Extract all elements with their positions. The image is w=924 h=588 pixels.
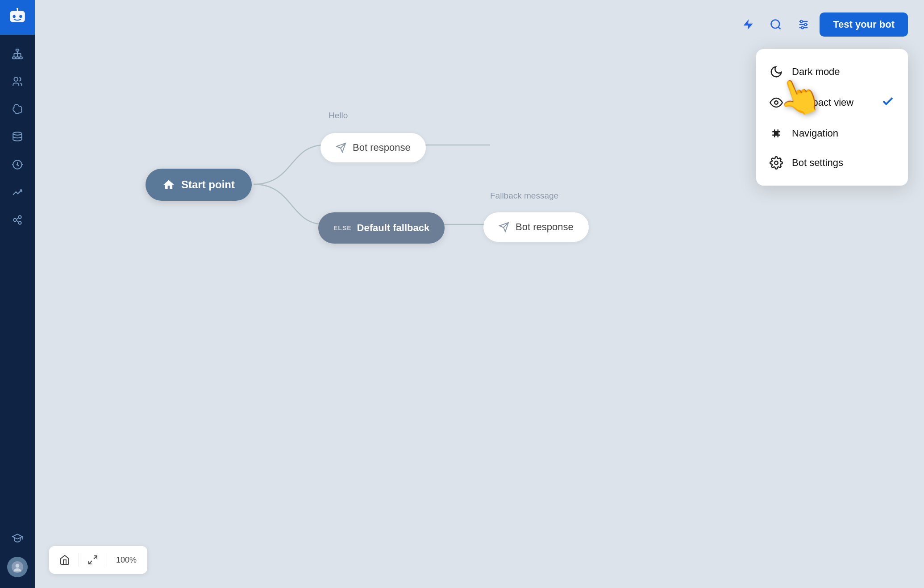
svg-point-35 xyxy=(800,21,803,23)
node-default-fallback[interactable]: ELSE Default fallback xyxy=(318,212,445,244)
send-icon xyxy=(336,142,346,153)
settings-button[interactable] xyxy=(792,13,815,36)
eye-icon xyxy=(770,96,783,109)
svg-point-20 xyxy=(18,221,21,224)
svg-line-31 xyxy=(778,27,781,29)
main-canvas: Start point Hello Bot response ELSE Defa… xyxy=(35,0,924,588)
sliders-icon xyxy=(797,18,810,31)
home-icon xyxy=(162,178,175,191)
fallback-flow-label: Fallback message xyxy=(490,191,558,201)
analytics-icon xyxy=(12,186,23,198)
checkmark-icon xyxy=(881,95,895,108)
bottom-bar: 100% xyxy=(49,546,147,574)
integrations-icon xyxy=(12,214,23,226)
svg-rect-7 xyxy=(16,57,19,59)
compact-view-check xyxy=(881,95,895,111)
sidebar-item-academy[interactable] xyxy=(5,526,29,550)
svg-point-30 xyxy=(771,20,780,29)
svg-point-1 xyxy=(13,15,16,18)
gear-icon xyxy=(770,156,783,170)
sidebar-bottom xyxy=(5,526,29,588)
sidebar-nav xyxy=(5,35,29,526)
home-small-icon xyxy=(59,555,70,565)
sidebar xyxy=(0,0,35,588)
else-badge: ELSE xyxy=(333,224,352,232)
divider-1 xyxy=(79,553,79,567)
sidebar-item-users[interactable] xyxy=(5,70,29,94)
node-fallback-label: Default fallback xyxy=(357,222,430,234)
fullscreen-button[interactable] xyxy=(83,550,103,570)
node-hello-response[interactable]: Bot response xyxy=(320,133,426,162)
node-hello-response-label: Bot response xyxy=(353,142,411,153)
svg-point-37 xyxy=(802,27,804,29)
svg-line-41 xyxy=(94,556,97,559)
node-start-label: Start point xyxy=(181,178,235,191)
svg-rect-8 xyxy=(19,57,22,59)
svg-line-21 xyxy=(17,218,18,219)
home-view-button[interactable] xyxy=(54,550,75,570)
lightning-button[interactable] xyxy=(737,13,760,36)
dropdown-item-compact-view[interactable]: Compact view xyxy=(756,87,908,119)
user-avatar[interactable] xyxy=(5,555,29,579)
svg-point-39 xyxy=(775,133,778,135)
svg-rect-6 xyxy=(12,57,16,59)
navigation-icon xyxy=(770,127,783,140)
toolbar: Test your bot xyxy=(737,12,908,37)
dropdown-item-navigation[interactable]: Navigation xyxy=(756,119,908,148)
svg-line-42 xyxy=(89,561,92,564)
svg-point-38 xyxy=(774,101,778,104)
navigation-label: Navigation xyxy=(792,128,838,139)
send-icon-2 xyxy=(499,222,509,232)
dropdown-item-bot-settings[interactable]: Bot settings xyxy=(756,148,908,178)
lightning-icon xyxy=(742,18,754,31)
search-icon xyxy=(770,18,782,31)
sidebar-item-database[interactable] xyxy=(5,125,29,149)
node-fallback-response-label: Bot response xyxy=(516,221,574,233)
avatar-image xyxy=(12,561,23,573)
svg-point-17 xyxy=(17,164,18,165)
database-icon xyxy=(12,131,23,143)
node-fallback-response[interactable]: Bot response xyxy=(483,212,589,242)
chat-bot-icon xyxy=(8,8,27,27)
zoom-level: 100% xyxy=(111,555,142,565)
svg-point-4 xyxy=(17,8,18,9)
hierarchy-icon xyxy=(12,48,23,60)
graduation-cap-icon xyxy=(12,532,23,543)
moon-icon xyxy=(770,65,783,79)
node-start-point[interactable]: Start point xyxy=(146,169,252,201)
svg-point-25 xyxy=(16,564,20,568)
svg-point-14 xyxy=(14,77,18,81)
sidebar-item-integrations[interactable] xyxy=(5,208,29,232)
app-logo[interactable] xyxy=(0,0,35,35)
svg-point-36 xyxy=(805,24,807,26)
divider-2 xyxy=(107,553,107,567)
svg-line-22 xyxy=(17,220,18,222)
test-bot-button[interactable]: Test your bot xyxy=(820,12,908,37)
sidebar-item-analytics[interactable] xyxy=(5,180,29,204)
dropdown-menu: Dark mode Compact view Navigation xyxy=(756,49,908,186)
bot-settings-label: Bot settings xyxy=(792,157,843,169)
history-icon xyxy=(12,159,23,170)
sidebar-item-history[interactable] xyxy=(5,153,29,177)
brain-icon xyxy=(12,104,23,115)
fullscreen-icon xyxy=(87,555,98,565)
sidebar-item-hierarchy[interactable] xyxy=(5,42,29,66)
svg-point-40 xyxy=(774,161,778,165)
svg-point-18 xyxy=(13,219,16,222)
dark-mode-label: Dark mode xyxy=(792,66,840,78)
svg-point-19 xyxy=(18,215,21,219)
hello-flow-label: Hello xyxy=(329,111,348,120)
search-button[interactable] xyxy=(764,13,787,36)
svg-point-2 xyxy=(19,15,22,18)
dropdown-item-dark-mode[interactable]: Dark mode xyxy=(756,57,908,87)
sidebar-item-ai[interactable] xyxy=(5,97,29,121)
svg-rect-5 xyxy=(16,49,19,51)
svg-point-15 xyxy=(13,132,22,135)
avatar xyxy=(7,557,28,577)
compact-view-label: Compact view xyxy=(792,97,853,108)
users-icon xyxy=(12,76,23,87)
